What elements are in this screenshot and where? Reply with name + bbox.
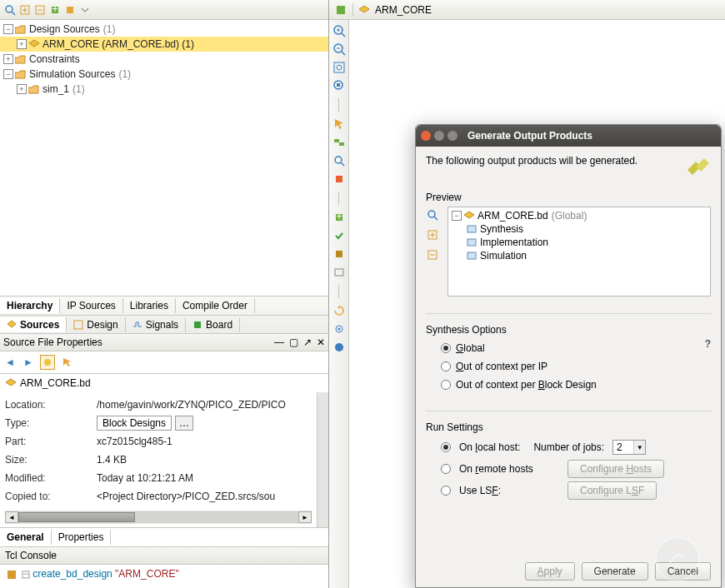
tree-item-design-sources[interactable]: − Design Sources (1) [0,22,328,37]
tree-item-sim-sources[interactable]: − Simulation Sources (1) [0,67,328,82]
tree-item-sim1[interactable]: + sim_1 (1) [0,82,328,97]
add-sources-icon[interactable]: + [48,3,62,17]
diagram-toolbar: + [329,20,349,588]
tree-handle-icon[interactable]: + [3,54,13,64]
preview-item-implementation[interactable]: Implementation [450,236,708,249]
tab-general[interactable]: General [0,530,52,545]
radio-icon[interactable] [441,442,451,452]
sources-tree[interactable]: − Design Sources (1) + ARM_CORE (ARM_COR… [0,20,328,296]
run-local-row[interactable]: On local host: Number of jobs: ▼ [426,436,711,458]
expand-icon[interactable] [426,228,439,242]
tree-handle-icon[interactable]: − [3,69,13,79]
search-icon[interactable] [332,153,347,168]
scroll-left-icon[interactable]: ◄ [5,511,18,523]
radio-icon[interactable] [441,380,451,390]
jobs-input[interactable] [613,441,633,454]
tree-item-arm-core[interactable]: + ARM_CORE (ARM_CORE.bd) (1) [0,37,328,52]
radio-icon[interactable] [441,361,451,371]
zoom-out-icon[interactable] [332,42,347,57]
tree-handle-icon[interactable]: − [452,211,462,221]
button-label: Cancel [668,566,698,577]
radio-icon[interactable] [441,486,451,496]
close-icon[interactable]: ✕ [317,336,325,348]
pane-tab-sources[interactable]: Sources [0,317,67,332]
address-editor-icon[interactable] [332,265,347,280]
minimize-icon[interactable]: — [274,336,284,348]
apply-button[interactable]: Apply [525,562,575,581]
validate-icon[interactable] [332,228,347,243]
tree-handle-icon[interactable]: + [17,39,27,49]
tab-hierarchy[interactable]: Hierarchy [0,298,60,313]
select-icon[interactable] [332,117,347,132]
expand-icon[interactable] [18,3,32,17]
minimize-icon[interactable] [434,131,444,141]
forward-icon[interactable]: ► [22,356,35,369]
tab-compile-order[interactable]: Compile Order [176,298,255,313]
tcl-console[interactable]: − create_bd_design "ARM_CORE" [0,565,328,588]
pin-icon[interactable] [40,355,55,370]
ellipsis-button[interactable]: … [175,416,193,431]
dialog-titlebar[interactable]: Generate Output Products [416,125,721,147]
settings-icon[interactable] [332,321,347,336]
regenerate-icon[interactable] [332,303,347,318]
tree-handle-icon[interactable]: − [3,24,13,34]
help-icon[interactable]: ? [705,338,711,350]
pane-tab-signals[interactable]: Signals [126,317,186,332]
horizontal-scrollbar[interactable]: ◄ ► [5,511,312,524]
zoom-area-icon[interactable] [332,78,347,93]
cancel-button[interactable]: Cancel [655,562,711,581]
add-ip-icon[interactable]: + [332,210,347,225]
collapse-icon[interactable] [426,248,439,262]
diagram-tool-icon[interactable] [334,3,348,17]
type-dropdown[interactable]: Block Designs [97,416,172,431]
preview-item-simulation[interactable]: Simulation [450,249,708,262]
close-icon[interactable] [421,131,431,141]
tree-handle-icon[interactable]: + [17,84,27,94]
collapse-icon[interactable] [33,3,47,17]
restore-icon[interactable]: ↗ [303,336,312,348]
highlight-icon[interactable] [332,172,347,187]
radio-ooc-ip[interactable]: Out of context per IP [426,357,711,376]
pane-tab-design[interactable]: Design [67,317,125,332]
svg-rect-13 [8,571,16,579]
zoom-fit-icon[interactable] [332,60,347,75]
search-icon[interactable] [3,3,17,17]
search-icon[interactable] [426,208,439,222]
ip-config-icon[interactable] [332,247,347,262]
tab-properties[interactable]: Properties [52,530,112,545]
configure-lsf-button[interactable]: Configure LSF [568,481,657,500]
auto-fit-icon[interactable] [332,135,347,150]
vertical-scrollbar[interactable] [317,392,328,527]
select-icon[interactable] [60,356,73,369]
radio-global[interactable]: Global [426,339,711,357]
tab-libraries[interactable]: Libraries [123,298,176,313]
run-remote-row[interactable]: On remote hosts Configure Hosts [426,458,711,480]
tab-ip-sources[interactable]: IP Sources [60,298,122,313]
svg-rect-10 [74,321,82,329]
color-icon[interactable] [332,340,347,355]
tcl-run-icon[interactable] [5,568,18,581]
configure-hosts-button[interactable]: Configure Hosts [568,460,664,478]
generate-button[interactable]: Generate [582,562,648,581]
radio-ooc-bd[interactable]: Out of context per Block Design [426,376,711,394]
preview-root[interactable]: − ARM_CORE.bd (Global) [450,209,708,222]
settings-icon[interactable] [63,3,77,17]
run-lsf-row[interactable]: Use LSF: Configure LSF [426,480,711,501]
back-icon[interactable]: ◄ [3,356,17,369]
preview-item-synthesis[interactable]: Synthesis [450,222,708,236]
chevron-down-icon[interactable] [78,3,92,17]
maximize-icon[interactable] [448,131,458,141]
scroll-thumb[interactable] [18,512,135,522]
preview-tree[interactable]: − ARM_CORE.bd (Global) Synthesis Impleme… [448,207,711,296]
radio-icon[interactable] [441,343,451,353]
radio-icon[interactable] [441,464,451,474]
svg-rect-29 [339,142,344,146]
scroll-right-icon[interactable]: ► [298,511,312,523]
zoom-in-icon[interactable] [332,23,347,38]
maximize-icon[interactable]: ▢ [289,336,298,348]
tcl-keyword: create_bd_design [32,568,112,580]
chevron-down-icon[interactable]: ▼ [633,441,645,454]
jobs-spinner[interactable]: ▼ [612,440,646,455]
pane-tab-board[interactable]: Board [186,317,240,332]
tree-item-constraints[interactable]: + Constraints [0,52,328,67]
